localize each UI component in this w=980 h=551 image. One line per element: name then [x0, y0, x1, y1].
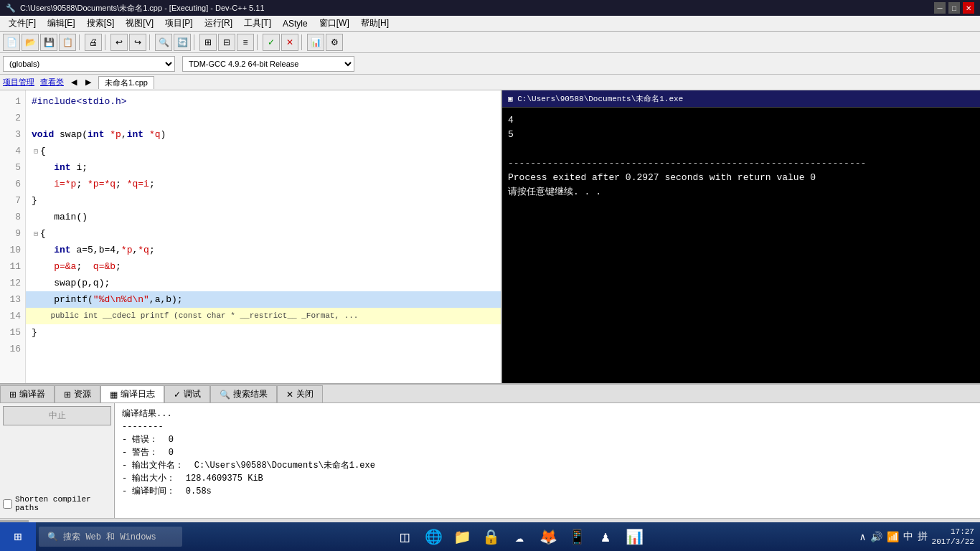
- code-line-3: void swap(int *p,int *q): [26, 126, 501, 143]
- line-num-16: 16: [4, 341, 21, 357]
- code-line-13: printf("%d\n%d\n",a,b);: [26, 291, 501, 308]
- class-view-link[interactable]: 查看类: [40, 77, 64, 88]
- taskbar-icon-firefox[interactable]: 🦊: [535, 524, 561, 550]
- line-num-6: 6: [4, 176, 21, 192]
- tab-resources[interactable]: ⊞ 资源: [55, 385, 100, 402]
- tab-search[interactable]: 🔍 搜索结果: [210, 385, 277, 402]
- clock[interactable]: 17:27 2017/3/22: [932, 527, 974, 547]
- search-tab-icon: 🔍: [220, 390, 230, 400]
- profile-btn[interactable]: ⚙: [326, 34, 343, 51]
- unindent-button[interactable]: ⊟: [218, 34, 235, 51]
- compile-warnings: - 警告： 0: [122, 446, 973, 459]
- taskbar-icon-explorer[interactable]: 📁: [449, 524, 475, 550]
- menu-item-e[interactable]: 编辑[E]: [42, 16, 81, 31]
- code-line-12: swap(p,q);: [26, 275, 501, 291]
- stop-btn[interactable]: ✕: [281, 34, 298, 51]
- menu-item-r[interactable]: 运行[R]: [199, 16, 238, 31]
- menu-item-s[interactable]: 搜索[S]: [81, 16, 121, 31]
- maximize-button[interactable]: □: [948, 2, 960, 14]
- code-line-1: #include<stdio.h>: [26, 93, 501, 110]
- tray-network[interactable]: 📶: [887, 531, 899, 543]
- save-button[interactable]: 💾: [40, 34, 57, 51]
- line-num-3: 3: [4, 126, 21, 143]
- menu-item-p[interactable]: 项目[P]: [159, 16, 199, 31]
- minimize-button[interactable]: ─: [934, 2, 946, 14]
- project-manager-link[interactable]: 项目管理: [3, 77, 34, 88]
- term-line-1: 4: [508, 113, 974, 128]
- globals-dropdown[interactable]: (globals): [3, 56, 175, 72]
- toggle-button[interactable]: ≡: [237, 34, 254, 51]
- new-button[interactable]: 📄: [3, 34, 20, 51]
- compile-outsize: - 输出大小： 128.4609375 KiB: [122, 472, 973, 485]
- shorten-paths-label: Shorten compiler paths: [3, 495, 111, 515]
- chart-btn[interactable]: 📊: [307, 34, 324, 51]
- code-line-14: public int __cdecl printf (const char * …: [26, 308, 501, 324]
- clock-date: 2017/3/22: [932, 537, 974, 547]
- title-bar-left: 🔧 C:\Users\90588\Documents\未命名1.cpp - [E…: [6, 3, 265, 14]
- code-content[interactable]: #include<stdio.h> void swap(int *p,int *…: [26, 90, 501, 383]
- compile-output-panel: 编译结果... -------- - 错误： 0 - 警告： 0 - 输出文件名…: [115, 403, 980, 518]
- save-all-button[interactable]: 📋: [59, 34, 76, 51]
- nav-prev-arrow[interactable]: ◀: [70, 77, 78, 87]
- taskbar-icon-chess[interactable]: ♟: [593, 524, 618, 550]
- menu-item-f[interactable]: 文件[F]: [3, 16, 42, 31]
- menu-item-w[interactable]: 窗口[W]: [314, 16, 355, 31]
- terminal-icon: ▣: [508, 94, 513, 103]
- term-exit-msg: Process exited after 0.2927 seconds with…: [508, 171, 974, 185]
- stop-compile-button[interactable]: 中止: [3, 406, 111, 425]
- menu-item-t[interactable]: 工具[T]: [238, 16, 277, 31]
- terminal-panel: ▣ C:\Users\90588\Documents\未命名1.exe 4 5 …: [502, 90, 980, 383]
- tab-compiler[interactable]: ⊞ 编译器: [0, 385, 55, 402]
- taskbar-icon-files[interactable]: ◫: [392, 524, 418, 550]
- taskbar-icon-phone[interactable]: 📱: [564, 524, 590, 550]
- taskbar-search[interactable]: 🔍 搜索 Web 和 Windows: [39, 527, 182, 547]
- tray-ime-mode[interactable]: 拼: [918, 530, 928, 543]
- taskbar-icon-store[interactable]: 🔒: [478, 524, 504, 550]
- term-line-3: [508, 142, 974, 156]
- menu-item-astyle[interactable]: AStyle: [277, 17, 314, 30]
- nav-bar: 项目管理 查看类 ◀ ▶ 未命名1.cpp: [0, 75, 980, 90]
- tab-compile-log[interactable]: ▦ 编译日志: [100, 385, 164, 402]
- undo-button[interactable]: ↩: [110, 34, 128, 51]
- start-button[interactable]: ⊞: [0, 522, 36, 551]
- title-bar-controls: ─ □ ✕: [934, 2, 974, 14]
- taskbar-icon-cloud[interactable]: ☁: [507, 524, 532, 550]
- separator4: [194, 34, 197, 50]
- close-button[interactable]: ✕: [963, 2, 974, 14]
- tray-expand[interactable]: ∧: [859, 531, 865, 543]
- compiler-dropdown[interactable]: TDM-GCC 4.9.2 64-bit Release: [182, 56, 354, 72]
- main-area: 1 2 3 4 5 6 7 8 9 10 11 12 13 14 15 16: [0, 90, 980, 383]
- term-continue-msg: 请按任意键继续. . .: [508, 185, 974, 199]
- file-tab[interactable]: 未命名1.cpp: [98, 76, 154, 89]
- taskbar-icon-chart[interactable]: 📊: [621, 524, 647, 550]
- find-button[interactable]: 🔍: [155, 34, 172, 51]
- tab-debug[interactable]: ✓ 调试: [164, 385, 210, 402]
- indent-button[interactable]: ⊞: [199, 34, 217, 51]
- compile-errors: - 错误： 0: [122, 433, 973, 446]
- menu-item-v[interactable]: 视图[V]: [120, 16, 159, 31]
- shorten-paths-checkbox[interactable]: [3, 499, 12, 509]
- code-line-10: int a=5,b=4,*p,*q;: [26, 242, 501, 258]
- separator6: [301, 34, 304, 50]
- replace-button[interactable]: 🔄: [174, 34, 191, 51]
- taskbar-icon-edge[interactable]: 🌐: [420, 524, 446, 550]
- separator3: [149, 34, 152, 50]
- tray-ime[interactable]: 中: [903, 530, 913, 543]
- terminal-content[interactable]: 4 5 ------------------------------------…: [502, 108, 980, 383]
- compile-btn[interactable]: ✓: [263, 34, 280, 51]
- tab-close[interactable]: ✕ 关闭: [277, 385, 323, 402]
- line-num-2: 2: [4, 110, 21, 126]
- line-num-1: 1: [4, 93, 21, 110]
- bottom-left: 中止 Shorten compiler paths: [0, 403, 115, 518]
- nav-next-arrow[interactable]: ▶: [84, 77, 93, 87]
- close-tab-label: 关闭: [296, 388, 314, 400]
- menu-item-h[interactable]: 帮助[H]: [355, 16, 395, 31]
- code-line-4: ⊟{: [26, 143, 501, 159]
- redo-button[interactable]: ↪: [129, 34, 146, 51]
- code-line-6: i=*p; *p=*q; *q=i;: [26, 176, 501, 192]
- tray-audio[interactable]: 🔊: [870, 531, 882, 543]
- print-button[interactable]: 🖨: [85, 34, 102, 51]
- open-button[interactable]: 📂: [22, 34, 39, 51]
- bottom-panel: ⊞ 编译器 ⊞ 资源 ▦ 编译日志 ✓ 调试 🔍 搜索结果 ✕ 关闭 中止: [0, 383, 980, 527]
- bottom-tabs: ⊞ 编译器 ⊞ 资源 ▦ 编译日志 ✓ 调试 🔍 搜索结果 ✕ 关闭: [0, 385, 980, 403]
